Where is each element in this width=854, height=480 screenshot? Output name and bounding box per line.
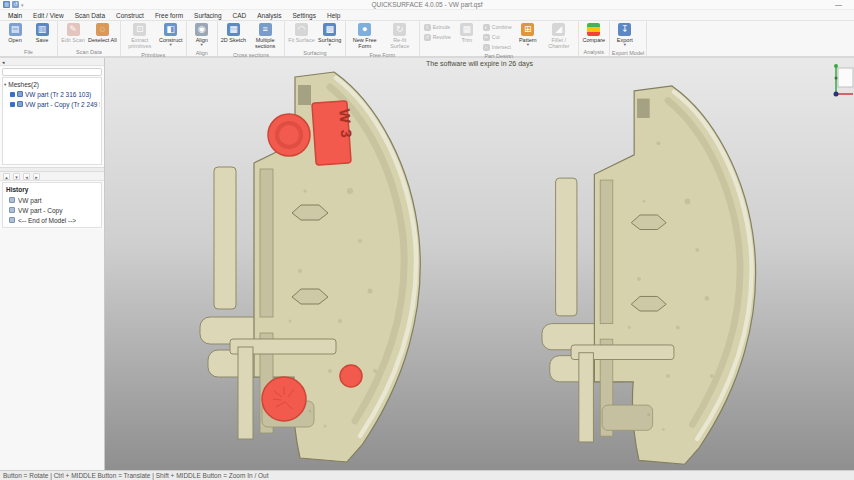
step-forward-icon[interactable]: ▸ — [33, 173, 40, 180]
menu-settings[interactable]: Settings — [292, 12, 316, 19]
menu-bar: Main Edit / View Scan Data Construct Fre… — [0, 10, 854, 21]
history-item-end-of-model[interactable]: <-- End of Model --> — [5, 215, 99, 225]
menu-analysis[interactable]: Analysis — [257, 12, 281, 19]
sidebar: ◂ ▾ Meshes(2) VW part (Tr 2 316 103) VW … — [0, 58, 105, 470]
align-caret-icon: ▾ — [201, 43, 203, 48]
tree-item-vw-part[interactable]: VW part (Tr 2 316 103) — [4, 89, 100, 99]
surfacing-button[interactable]: ▩ Surfacing ▾ — [317, 22, 343, 49]
menu-construct[interactable]: Construct — [116, 12, 144, 19]
history-item-vw-part[interactable]: VW part — [5, 195, 99, 205]
mouse-hints: Button = Rotate | Ctrl + MIDDLE Button =… — [3, 472, 268, 479]
save-icon: ▥ — [36, 23, 49, 36]
ribbon-spacer — [647, 21, 854, 56]
edit-scan-button[interactable]: ✎ Edit Scan — [60, 22, 86, 44]
ribbon-group-file: ▤ Open ▥ Save File — [0, 21, 58, 56]
fit-surface-button[interactable]: ◠ Fit Surface — [287, 22, 316, 44]
axis-gizmo[interactable] — [834, 64, 854, 97]
undo-quick-icon[interactable]: ↺ — [12, 1, 19, 8]
save-quick-icon[interactable]: ▥ — [3, 1, 10, 8]
cut-button[interactable]: ✂ Cut — [481, 33, 514, 42]
revolve-icon: ↺ — [424, 34, 431, 41]
scene-canvas[interactable]: W 3 — [105, 58, 854, 470]
surfacing-caret-icon: ▾ — [329, 43, 331, 48]
menu-help[interactable]: Help — [327, 12, 340, 19]
export-button[interactable]: ↧ Export ▾ — [612, 22, 638, 49]
mesh-icon — [17, 101, 23, 107]
axis-y-mid-dot — [835, 77, 838, 80]
intersect-button[interactable]: ∩ Intersect — [481, 43, 514, 52]
refit-surface-icon: ↻ — [393, 23, 406, 36]
collapse-all-icon[interactable]: ▴ — [3, 173, 10, 180]
model-vw-part[interactable]: W 3 — [200, 72, 420, 462]
axis-plane-indicator — [838, 68, 853, 87]
export-caret-icon: ▾ — [624, 43, 626, 48]
menu-edit-view[interactable]: Edit / View — [33, 12, 64, 19]
menu-cad[interactable]: CAD — [233, 12, 247, 19]
mesh-icon — [17, 91, 23, 97]
fit-surface-icon: ◠ — [295, 23, 308, 36]
marking-text: W 3 — [336, 108, 355, 139]
visibility-checkbox[interactable] — [10, 102, 15, 107]
menu-main[interactable]: Main — [8, 12, 22, 19]
pattern-icon: ⊞ — [521, 23, 534, 36]
intersect-icon: ∩ — [483, 44, 490, 51]
pattern-button[interactable]: ⊞ Pattern ▾ — [515, 22, 541, 49]
pattern-caret-icon: ▾ — [527, 43, 529, 48]
ribbon: ▤ Open ▥ Save File ✎ Edit Scan ◌ Deselec… — [0, 21, 854, 58]
mesh-icon — [9, 207, 15, 213]
history-item-vw-part-copy[interactable]: VW part - Copy — [5, 205, 99, 215]
tree-item-vw-part-copy[interactable]: VW part - Copy (Tr 2 249 587) — [4, 99, 100, 109]
menu-surfacing[interactable]: Surfacing — [194, 12, 221, 19]
refit-surface-button[interactable]: ↻ Re-fit Surface — [383, 22, 417, 51]
expand-arrow-icon[interactable]: ▾ — [4, 82, 6, 87]
compare-button[interactable]: Compare — [581, 22, 607, 44]
axis-origin-dot — [834, 92, 839, 97]
multiple-sections-icon: ≡ — [259, 23, 272, 36]
revolve-button[interactable]: ↺ Revolve — [422, 33, 453, 42]
deselect-all-icon: ◌ — [96, 23, 109, 36]
new-free-form-icon: ● — [358, 23, 371, 36]
tree-item-label: VW part - Copy (Tr 2 249 587) — [25, 101, 100, 108]
save-button[interactable]: ▥ Save — [29, 22, 55, 44]
end-marker-icon — [9, 217, 15, 223]
viewport-3d[interactable]: The software will expire in 26 days — [105, 58, 854, 470]
new-free-form-button[interactable]: ● New Free Form — [348, 22, 382, 51]
history-item-label: VW part — [18, 197, 41, 204]
quick-access-toolbar: ▥ ↺ ▾ — [0, 1, 24, 8]
step-back-icon[interactable]: ◂ — [23, 173, 30, 180]
tree-root-label: Meshes(2) — [8, 81, 39, 88]
extract-primitives-icon: ⊡ — [133, 23, 146, 36]
menu-scan-data[interactable]: Scan Data — [75, 12, 105, 19]
model-vw-part-copy[interactable] — [542, 86, 756, 464]
fillet-chamfer-button[interactable]: ◢ Fillet / Chamfer — [542, 22, 576, 51]
extract-primitives-button[interactable]: ⊡ Extract primitives — [123, 22, 157, 51]
filter-input[interactable] — [2, 68, 102, 76]
ribbon-group-cross-sections: ▦ 2D Sketch ≡ Multiple sections Cross se… — [218, 21, 285, 56]
ribbon-group-free-form: ● New Free Form ↻ Re-fit Surface Free Fo… — [346, 21, 420, 56]
history-title: History — [5, 185, 99, 195]
ribbon-group-part-design: ⇧ Extrude ↺ Revolve ▦ Trim ◐ Combine — [420, 21, 579, 56]
history-panel: History VW part VW part - Copy <-- End o… — [2, 182, 102, 228]
export-icon: ↧ — [618, 23, 631, 36]
sketch-2d-button[interactable]: ▦ 2D Sketch — [220, 22, 247, 44]
construct-button[interactable]: ◧ Construct ▾ — [158, 22, 184, 49]
trim-button[interactable]: ▦ Trim — [454, 22, 480, 44]
expand-all-icon[interactable]: ▾ — [13, 173, 20, 180]
deselect-all-button[interactable]: ◌ Deselect All — [87, 22, 118, 44]
quick-access-caret-icon[interactable]: ▾ — [21, 2, 24, 8]
status-bar: Button = Rotate | Ctrl + MIDDLE Button =… — [0, 470, 854, 480]
combine-icon: ◐ — [483, 24, 490, 31]
open-button[interactable]: ▤ Open — [2, 22, 28, 44]
extrude-button[interactable]: ⇧ Extrude — [422, 23, 453, 32]
mesh-icon — [9, 197, 15, 203]
collapse-panel-icon[interactable]: ◂ — [2, 59, 5, 65]
menu-free-form[interactable]: Free form — [155, 12, 183, 19]
align-button[interactable]: ◉ Align ▾ — [189, 22, 215, 49]
visibility-checkbox[interactable] — [10, 92, 15, 97]
combine-button[interactable]: ◐ Combine — [481, 23, 514, 32]
sidebar-empty-area — [0, 229, 104, 470]
multiple-sections-button[interactable]: ≡ Multiple sections — [248, 22, 282, 51]
tree-root-meshes[interactable]: ▾ Meshes(2) — [4, 80, 100, 89]
minimize-button[interactable]: — — [835, 1, 854, 8]
ribbon-group-primitives: ⊡ Extract primitives ◧ Construct ▾ Primi… — [121, 21, 187, 56]
